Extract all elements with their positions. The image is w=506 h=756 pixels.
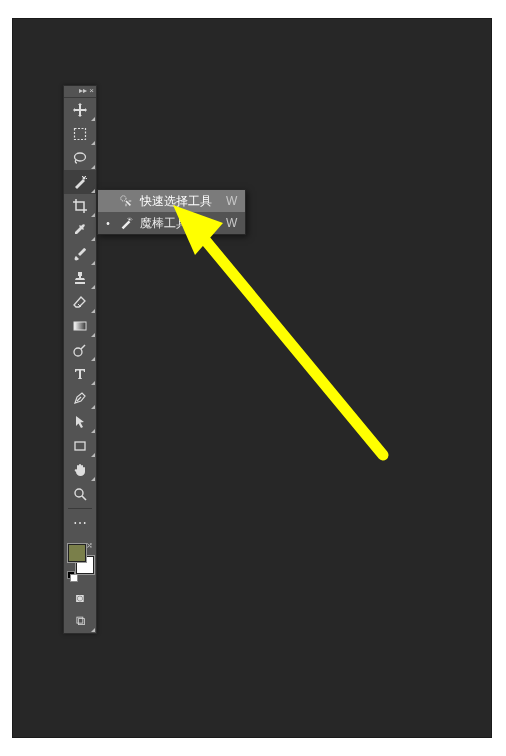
flyout-indicator-icon [91, 405, 95, 409]
crop-tool[interactable] [64, 194, 96, 218]
swap-colors-icon[interactable]: ⤭ [86, 541, 93, 550]
screen-mode-icon: ⧉ [76, 613, 85, 629]
rectangle-icon [72, 438, 88, 454]
flyout-indicator-icon [91, 357, 95, 361]
flyout-indicator-icon [91, 453, 95, 457]
zoom-tool[interactable] [64, 482, 96, 506]
dodge-tool[interactable] [64, 338, 96, 362]
move-icon [72, 102, 88, 118]
foreground-color-swatch[interactable] [67, 543, 87, 563]
svg-rect-5 [75, 442, 85, 450]
edit-toolbar[interactable]: ⋯ [64, 511, 96, 535]
rectangular-marquee-tool[interactable] [64, 122, 96, 146]
quick-mask-icon: ◙ [76, 590, 84, 605]
flyout-item-label: 魔棒工具 [140, 215, 212, 232]
svg-point-7 [121, 196, 126, 201]
annotation-arrow [173, 205, 403, 465]
svg-rect-0 [75, 129, 86, 140]
arrow-cursor-icon [72, 414, 88, 430]
tools-panel: ▸▸ × [63, 85, 97, 634]
flyout-item-shortcut: W [226, 216, 237, 230]
active-marker: • [104, 218, 112, 229]
flyout-indicator-icon [91, 165, 95, 169]
quick-select-icon [72, 174, 88, 190]
panel-header[interactable]: ▸▸ × [64, 86, 96, 98]
hand-tool[interactable] [64, 458, 96, 482]
gradient-icon [72, 318, 88, 334]
flyout-indicator-icon [91, 429, 95, 433]
eraser-icon [72, 294, 88, 310]
flyout-item-label: 快速选择工具 [140, 193, 212, 210]
screen-mode-toggle[interactable]: ⧉ [64, 609, 96, 633]
eyedropper-icon [72, 222, 88, 238]
divider [68, 508, 92, 509]
type-tool[interactable] [64, 362, 96, 386]
brush-tool[interactable] [64, 242, 96, 266]
quick-selection-tool[interactable] [64, 170, 96, 194]
eyedropper-tool[interactable] [64, 218, 96, 242]
dodge-icon [72, 342, 88, 358]
hand-icon [72, 462, 88, 478]
flyout-indicator-icon [91, 189, 95, 193]
clone-stamp-tool[interactable] [64, 266, 96, 290]
flyout-indicator-icon [91, 628, 95, 632]
flyout-indicator-icon [91, 141, 95, 145]
quick-select-icon [118, 193, 134, 209]
svg-point-8 [128, 218, 130, 220]
flyout-indicator-icon [91, 285, 95, 289]
move-tool[interactable] [64, 98, 96, 122]
path-selection-tool[interactable] [64, 410, 96, 434]
pen-tool[interactable] [64, 386, 96, 410]
flyout-indicator-icon [91, 333, 95, 337]
magic-wand-icon [118, 215, 134, 231]
quick-mask-toggle[interactable]: ◙ [64, 585, 96, 609]
flyout-item-quick-select[interactable]: 快速选择工具 W [98, 190, 245, 212]
flyout-indicator-icon [91, 381, 95, 385]
svg-point-1 [75, 153, 86, 161]
ellipsis-icon: ⋯ [73, 515, 88, 531]
flyout-indicator-icon [91, 261, 95, 265]
type-icon [72, 366, 88, 382]
svg-point-4 [74, 348, 82, 356]
rectangle-shape-tool[interactable] [64, 434, 96, 458]
flyout-item-magic-wand[interactable]: • 魔棒工具 W [98, 212, 245, 234]
svg-point-2 [83, 177, 86, 180]
flyout-indicator-icon [91, 477, 95, 481]
marquee-icon [72, 126, 88, 142]
lasso-tool[interactable] [64, 146, 96, 170]
pen-icon [72, 390, 88, 406]
lasso-icon [72, 150, 88, 166]
stamp-icon [72, 270, 88, 286]
flyout-indicator-icon [91, 237, 95, 241]
flyout-indicator-icon [91, 309, 95, 313]
flyout-indicator-icon [91, 213, 95, 217]
color-swatches[interactable]: ⤭ [67, 541, 93, 581]
eraser-tool[interactable] [64, 290, 96, 314]
flyout-indicator-icon [91, 117, 95, 121]
crop-icon [72, 198, 88, 214]
gradient-tool[interactable] [64, 314, 96, 338]
brush-icon [72, 246, 88, 262]
svg-line-9 [201, 235, 383, 455]
svg-point-6 [75, 489, 83, 497]
app-canvas: ▸▸ × [12, 18, 492, 738]
svg-rect-3 [74, 322, 86, 330]
zoom-icon [72, 486, 88, 502]
quick-selection-flyout: 快速选择工具 W • 魔棒工具 W [97, 189, 246, 235]
flyout-item-shortcut: W [226, 194, 237, 208]
